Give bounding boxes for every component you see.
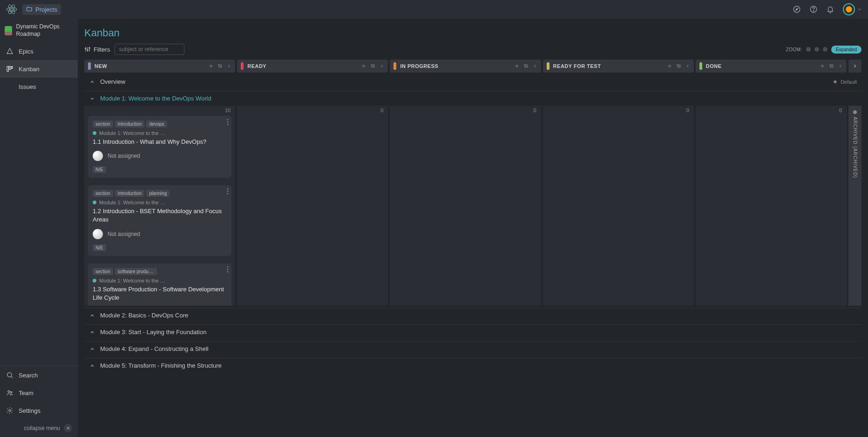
help-icon[interactable] (809, 5, 818, 13)
swimlane-header[interactable]: Module 4: Expand - Constructing a Shell (84, 341, 861, 356)
svg-point-56 (227, 193, 229, 195)
main: Kanban Filters ZOOM: (78, 19, 868, 437)
column-settings-icon[interactable] (370, 63, 376, 69)
sidebar-item-kanban[interactable]: Kanban (0, 60, 78, 78)
column-color-indicator (393, 62, 396, 70)
archived-column[interactable]: ARCHIVED (ARCHIVED) (848, 106, 861, 306)
search-input[interactable] (119, 46, 189, 53)
archived-label: ARCHIVED (ARCHIVED) (853, 117, 858, 178)
tag[interactable]: devops (146, 121, 167, 128)
collapse-column-button[interactable] (533, 64, 537, 68)
svg-point-54 (227, 188, 229, 190)
swimlane-header[interactable]: Overview Default (84, 74, 861, 89)
lane-column[interactable]: 0 (237, 106, 388, 306)
board: NEW READY IN PROGRESS READY FOR TEST DON (78, 60, 868, 437)
tag[interactable]: software produc… (115, 268, 157, 275)
collapse-column-button[interactable] (685, 64, 690, 68)
sidebar-item-epics[interactable]: Epics (0, 42, 78, 60)
kanban-card[interactable]: sectionintroductionplanning Module 1: We… (88, 185, 231, 255)
tag[interactable]: introduction (115, 121, 145, 128)
app-logo-icon[interactable] (6, 3, 18, 15)
zoom-level-2[interactable] (814, 47, 819, 52)
column-settings-icon[interactable] (829, 63, 834, 69)
svg-point-59 (227, 271, 229, 272)
collapse-column-button[interactable] (838, 64, 843, 68)
project-icon (5, 26, 12, 35)
projects-button[interactable]: Projects (22, 4, 61, 15)
sidebar-item-settings[interactable]: Settings (0, 402, 78, 419)
tag[interactable]: introduction (115, 190, 145, 197)
sidebar-item-team[interactable]: Team (0, 384, 78, 402)
tag[interactable]: section (93, 268, 113, 275)
swimlane-title: Overview (100, 78, 125, 85)
avatar (843, 3, 855, 15)
card-menu-button[interactable] (227, 119, 229, 125)
sidebar-item-issues[interactable]: Issues (0, 78, 78, 95)
folder-icon (26, 6, 33, 13)
card-menu-button[interactable] (227, 188, 229, 195)
add-card-button[interactable] (820, 63, 825, 69)
lane-count: 0 (686, 108, 689, 113)
search-icon (6, 371, 14, 379)
column-title: READY FOR TEST (553, 63, 663, 69)
swimlane-header[interactable]: Module 3: Start - Laying the Foundation (84, 324, 861, 339)
scroll-right-button[interactable] (848, 60, 861, 73)
kanban-card[interactable]: sectionsoftware produc… Module 1: Welcom… (88, 263, 231, 306)
lane-column[interactable]: 0 (696, 106, 847, 306)
assignee-row[interactable]: Not assigned (93, 229, 227, 239)
swimlane-header[interactable]: Module 5: Transform - Finishing the Stru… (84, 358, 861, 373)
column-settings-icon[interactable] (523, 63, 529, 69)
zoom-expanded-pill[interactable]: Expanded (831, 46, 861, 54)
swimlane-body: 10 sectionintroductiondevops Module 1: W… (84, 106, 861, 306)
user-menu[interactable] (843, 3, 862, 15)
tag[interactable]: section (93, 121, 113, 128)
svg-line-13 (11, 376, 13, 378)
zoom-level-3[interactable] (823, 47, 827, 52)
zoom-label: ZOOM: (786, 47, 802, 52)
collapse-column-button[interactable] (380, 64, 384, 68)
chevron-up-icon (89, 329, 95, 335)
swimlane-header[interactable]: Module 2: Basics - DevOps Core (84, 308, 861, 323)
chevron-up-icon (89, 313, 95, 318)
bookmark-icon (6, 82, 14, 91)
lane-column[interactable]: 10 sectionintroductiondevops Module 1: W… (84, 106, 235, 306)
svg-point-52 (227, 121, 229, 123)
swimlane-title: Module 2: Basics - DevOps Core (100, 312, 188, 319)
add-card-button[interactable] (208, 63, 214, 69)
column-header: READY (237, 60, 388, 73)
compass-icon[interactable] (793, 5, 801, 13)
collapse-menu-button[interactable]: collapse menu (0, 419, 78, 437)
assignee-row[interactable]: Not assigned (93, 151, 227, 161)
sidebar-label: Kanban (19, 66, 40, 73)
project-header[interactable]: Dynamic DevOps Roadmap (0, 19, 78, 42)
column-settings-icon[interactable] (676, 63, 682, 69)
chevron-up-icon (89, 346, 95, 352)
svg-rect-9 (7, 67, 8, 72)
add-card-button[interactable] (514, 63, 520, 69)
chevron-left-double-icon (64, 424, 72, 432)
tag[interactable]: planning (146, 190, 170, 197)
lane-column[interactable]: 0 (390, 106, 541, 306)
filters-button[interactable]: Filters (84, 46, 110, 53)
column-settings-icon[interactable] (217, 63, 223, 69)
svg-point-14 (8, 390, 10, 392)
filters-icon (84, 46, 91, 53)
search-input-wrap[interactable] (115, 44, 184, 55)
card-menu-button[interactable] (227, 266, 229, 273)
assignee-name: Not assigned (108, 231, 140, 237)
swimlane-title: Module 1: Welcome to the DevOps World (100, 95, 211, 102)
kanban-card[interactable]: sectionintroductiondevops Module 1: Welc… (88, 116, 231, 178)
filters-label: Filters (94, 46, 110, 53)
add-card-button[interactable] (361, 63, 366, 69)
sidebar-item-search[interactable]: Search (0, 366, 78, 384)
lane-column[interactable]: 0 (543, 106, 694, 306)
svg-point-12 (7, 373, 12, 377)
bell-icon[interactable] (826, 5, 834, 13)
zoom-level-1[interactable] (806, 47, 811, 52)
projects-label: Projects (35, 6, 57, 13)
column-header: NEW (84, 60, 235, 73)
tag[interactable]: section (93, 190, 113, 197)
collapse-column-button[interactable] (227, 64, 231, 68)
swimlane-header[interactable]: Module 1: Welcome to the DevOps World (84, 91, 861, 106)
add-card-button[interactable] (667, 63, 672, 69)
